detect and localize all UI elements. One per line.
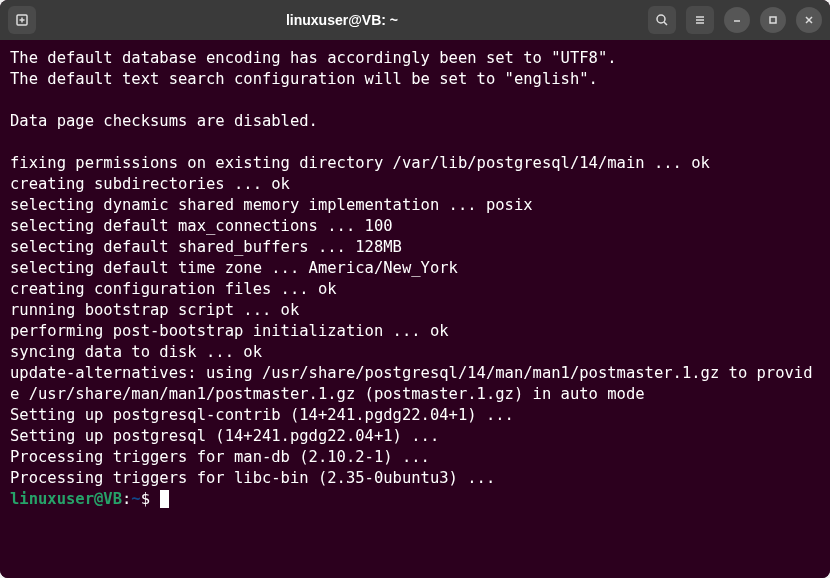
output-line: selecting default max_connections ... 10… <box>10 216 820 237</box>
output-line: selecting default shared_buffers ... 128… <box>10 237 820 258</box>
output-line: Setting up postgresql (14+241.pgdg22.04+… <box>10 426 820 447</box>
prompt-colon: : <box>122 490 131 508</box>
output-line: The default database encoding has accord… <box>10 48 820 69</box>
output-line: syncing data to disk ... ok <box>10 342 820 363</box>
close-button[interactable] <box>796 7 822 33</box>
output-line: creating subdirectories ... ok <box>10 174 820 195</box>
svg-rect-9 <box>770 17 776 23</box>
minimize-button[interactable] <box>724 7 750 33</box>
terminal-body[interactable]: The default database encoding has accord… <box>0 40 830 578</box>
prompt-line: linuxuser@VB:~$ <box>10 489 820 510</box>
output-line: update-alternatives: using /usr/share/po… <box>10 363 820 405</box>
new-tab-button[interactable] <box>8 6 36 34</box>
output-line: creating configuration files ... ok <box>10 279 820 300</box>
output-line <box>10 90 820 111</box>
titlebar-left <box>8 6 36 34</box>
output-line <box>10 132 820 153</box>
output-line: selecting default time zone ... America/… <box>10 258 820 279</box>
output-line: Data page checksums are disabled. <box>10 111 820 132</box>
prompt-user-host: linuxuser@VB <box>10 490 122 508</box>
menu-button[interactable] <box>686 6 714 34</box>
maximize-button[interactable] <box>760 7 786 33</box>
cursor <box>160 490 169 508</box>
window-title: linuxuser@VB: ~ <box>42 12 642 28</box>
terminal-window: linuxuser@VB: ~ The default database enc… <box>0 0 830 578</box>
prompt-dollar: $ <box>141 490 160 508</box>
svg-line-4 <box>664 22 667 25</box>
search-button[interactable] <box>648 6 676 34</box>
output-line: Setting up postgresql-contrib (14+241.pg… <box>10 405 820 426</box>
output-line: performing post-bootstrap initialization… <box>10 321 820 342</box>
output-line: Processing triggers for libc-bin (2.35-0… <box>10 468 820 489</box>
titlebar: linuxuser@VB: ~ <box>0 0 830 40</box>
output-line: selecting dynamic shared memory implemen… <box>10 195 820 216</box>
output-line: running bootstrap script ... ok <box>10 300 820 321</box>
titlebar-right <box>648 6 822 34</box>
output-line: Processing triggers for man-db (2.10.2-1… <box>10 447 820 468</box>
prompt-path: ~ <box>131 490 140 508</box>
output-line: The default text search configuration wi… <box>10 69 820 90</box>
output-line: fixing permissions on existing directory… <box>10 153 820 174</box>
svg-point-3 <box>657 15 665 23</box>
